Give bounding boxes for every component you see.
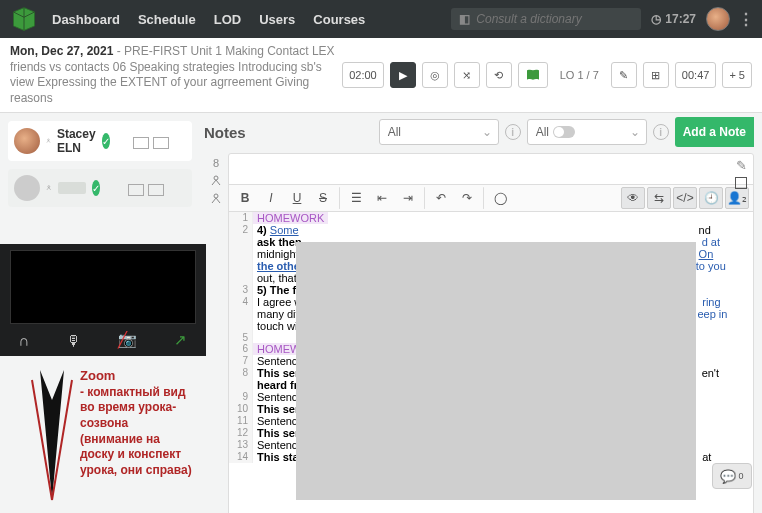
palette-button[interactable]: ◯ [488,187,512,209]
user-2-name [58,182,86,194]
chat-button[interactable]: 💬 [712,463,752,489]
notes-header: Notes All i All i Add a Note [204,117,754,147]
search-box[interactable]: ◧ [451,8,641,30]
filter-1[interactable]: All [379,119,499,145]
share-button[interactable]: ⇆ [647,187,671,209]
editor-toolbar: B I U S ☰ ⇤ ⇥ ↶ ↷ ◯ 👁 ⇆ </> [229,184,753,212]
menu-kebab-icon[interactable]: ⋮ [738,10,754,29]
lesson-title: Mon, Dec 27, 2021 - PRE-FIRST Unit 1 Mak… [10,44,342,106]
node-icon[interactable] [210,175,222,187]
camera-off-icon[interactable]: 📷╱ [118,331,137,349]
indent-button[interactable]: ⇥ [396,187,420,209]
nav-lod[interactable]: LOD [214,12,241,27]
popout-icon[interactable]: ↗ [174,331,187,349]
zoom-controls: ∩ 🎙 📷╱ ↗ [0,326,206,356]
underline-button[interactable]: U [285,187,309,209]
note-count: 8 [213,157,219,169]
node-icon[interactable] [210,193,222,205]
filter-2[interactable]: All [527,119,647,145]
list-button[interactable]: ☰ [344,187,368,209]
nav-dashboard[interactable]: Dashboard [52,12,120,27]
plus-five[interactable]: + 5 [722,62,752,88]
annotation-arrow [22,360,82,510]
check-icon: ✓ [102,133,110,149]
preview-button[interactable]: 👁 [621,187,645,209]
shuffle-icon[interactable]: ⤨ [454,62,480,88]
outdent-button[interactable]: ⇤ [370,187,394,209]
maximize-icon[interactable] [735,177,747,189]
user-1-name: Stacey ELN [57,127,96,155]
lesson-header: Mon, Dec 27, 2021 - PRE-FIRST Unit 1 Mak… [0,38,762,113]
sync-icon[interactable]: ⟲ [486,62,512,88]
bold-button[interactable]: B [233,187,257,209]
tool-b-icon[interactable]: ⊞ [643,62,669,88]
user-card-2[interactable]: ✓ [8,169,192,207]
overlay-block [296,242,696,500]
search-input[interactable] [476,12,633,26]
zoom-annotation: Zoom - компактный вид во время урока- со… [80,368,220,478]
user-1-avatar [14,128,40,154]
italic-button[interactable]: I [259,187,283,209]
book-icon[interactable] [518,62,548,88]
app-logo[interactable] [8,3,40,35]
node-icon [46,135,51,147]
annot-title: Zoom [80,368,220,385]
code-button[interactable]: </> [673,187,697,209]
info-icon[interactable]: i [653,124,669,140]
mic-icon[interactable]: 🎙 [66,332,81,349]
tool-a-icon[interactable]: ✎ [611,62,637,88]
users-button[interactable]: 👤₂ [725,187,749,209]
target-icon[interactable]: ◎ [422,62,448,88]
play-button[interactable]: ▶ [390,62,416,88]
user-2-mail[interactable] [106,184,186,196]
user-2-avatar [14,175,40,201]
node-icon [46,182,52,194]
editor-tools: ✎ [735,158,747,189]
lesson-controls: 02:00 ▶ ◎ ⤨ ⟲ LO 1 / 7 ✎ ⊞ 00:47 + 5 [342,62,752,88]
nav-schedule[interactable]: Schedule [138,12,196,27]
nav-courses[interactable]: Courses [313,12,365,27]
user-1-mail[interactable] [116,137,186,149]
user-card-1[interactable]: Stacey ELN ✓ [8,121,192,161]
edit-icon[interactable]: ✎ [736,158,747,173]
zoom-panel: ∩ 🎙 📷╱ ↗ [0,244,206,356]
check-icon: ✓ [92,180,100,196]
dictionary-icon: ◧ [459,12,470,26]
timer-2[interactable]: 00:47 [675,62,717,88]
info-icon[interactable]: i [505,124,521,140]
topbar: Dashboard Schedule LOD Users Courses ◧ ◷… [0,0,762,38]
clock-icon: ◷ [651,12,661,26]
lo-indicator: LO 1 / 7 [554,62,605,88]
add-note-button[interactable]: Add a Note [675,117,754,147]
redo-button[interactable]: ↷ [455,187,479,209]
zoom-video [10,250,196,324]
lesson-date: Mon, Dec 27, 2021 [10,44,113,58]
history-button[interactable]: 🕘 [699,187,723,209]
clock: ◷ 17:27 [651,12,696,26]
user-avatar[interactable] [706,7,730,31]
timer-1[interactable]: 02:00 [342,62,384,88]
clock-time: 17:27 [665,12,696,26]
notes-title: Notes [204,124,246,141]
audio-icon[interactable]: ∩ [19,332,30,349]
main-nav: Dashboard Schedule LOD Users Courses [52,12,365,27]
strike-button[interactable]: S [311,187,335,209]
nav-users[interactable]: Users [259,12,295,27]
undo-button[interactable]: ↶ [429,187,453,209]
